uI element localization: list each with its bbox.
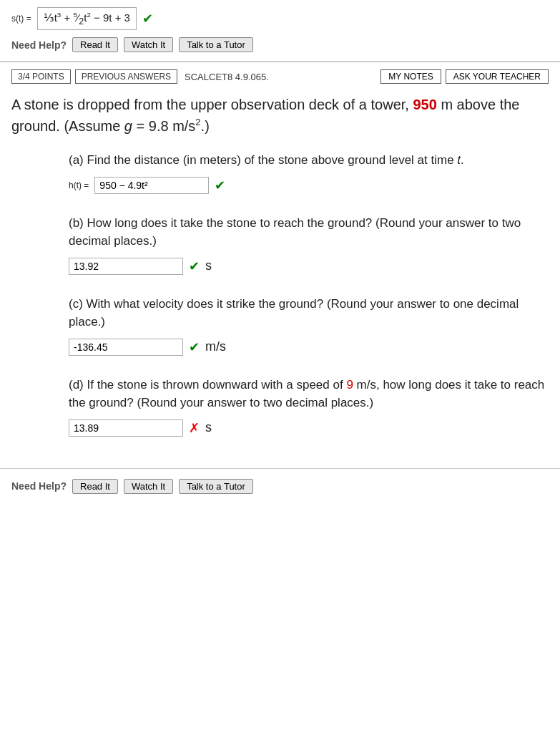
ask-teacher-button[interactable]: ASK YOUR TEACHER [446, 69, 549, 84]
top-read-it-button[interactable]: Read It [72, 37, 118, 52]
bottom-need-help-row: Need Help? Read It Watch It Talk to a Tu… [11, 479, 549, 494]
part-b-question: (b) How long does it take the stone to r… [69, 214, 549, 251]
part-b-unit: s [205, 258, 212, 273]
top-need-help-label: Need Help? [11, 39, 67, 51]
bottom-read-it-button[interactable]: Read It [72, 479, 118, 494]
formula-label: s(t) = [11, 14, 31, 24]
my-notes-button[interactable]: MY NOTES [380, 69, 441, 84]
part-a-answer-row: h(t) = ✔ [69, 177, 549, 194]
bottom-watch-it-button[interactable]: Watch It [124, 479, 173, 494]
part-d-unit: s [205, 420, 212, 435]
question-header: 3/4 POINTS PREVIOUS ANSWERS SCALCET8 4.9… [0, 62, 560, 84]
formula-box: ⅓t3 + 5⁄2t2 − 9t + 3 [37, 7, 137, 30]
top-watch-it-button[interactable]: Watch It [124, 37, 173, 52]
question-intro: A stone is dropped from the upper observ… [11, 94, 549, 137]
bottom-need-help-label: Need Help? [11, 480, 67, 492]
part-c-check-icon: ✔ [189, 339, 200, 355]
part-c-unit: m/s [205, 339, 226, 354]
formula-row: s(t) = ⅓t3 + 5⁄2t2 − 9t + 3 ✔ [11, 7, 549, 30]
top-talk-tutor-button[interactable]: Talk to a Tutor [179, 37, 253, 52]
part-c-answer-row: ✔ m/s [69, 339, 549, 356]
bottom-section: Need Help? Read It Watch It Talk to a Tu… [0, 469, 560, 501]
part-b-answer-row: ✔ s [69, 258, 549, 275]
part-b-check-icon: ✔ [189, 258, 200, 274]
part-a-label: h(t) = [69, 180, 89, 190]
question-body: A stone is dropped from the upper observ… [0, 91, 560, 468]
part-b: (b) How long does it take the stone to r… [69, 214, 549, 275]
points-badge: 3/4 POINTS [11, 69, 71, 84]
part-d-input[interactable] [69, 419, 183, 437]
part-c: (c) With what velocity does it strike th… [69, 295, 549, 356]
top-need-help-row: Need Help? Read It Watch It Talk to a Tu… [11, 37, 549, 52]
part-d-answer-row: ✗ s [69, 419, 549, 437]
part-a: (a) Find the distance (in meters) of the… [69, 151, 549, 194]
part-d-question: (d) If the stone is thrown downward with… [69, 376, 549, 412]
intro-highlight: 950 [413, 97, 436, 112]
intro-text: A stone is dropped from the upper observ… [11, 97, 413, 112]
part-a-check-icon: ✔ [215, 178, 225, 193]
bottom-talk-tutor-button[interactable]: Talk to a Tutor [179, 479, 253, 494]
part-b-input[interactable] [69, 258, 183, 275]
prev-answers-badge: PREVIOUS ANSWERS [75, 69, 177, 84]
part-a-question: (a) Find the distance (in meters) of the… [69, 151, 549, 170]
part-c-question: (c) With what velocity does it strike th… [69, 295, 549, 331]
part-d: (d) If the stone is thrown downward with… [69, 376, 549, 437]
top-check-icon: ✔ [142, 11, 153, 26]
part-d-cross-icon: ✗ [189, 420, 200, 436]
question-code: SCALCET8 4.9.065. [185, 72, 269, 82]
part-a-input[interactable] [94, 177, 209, 194]
part-c-input[interactable] [69, 339, 183, 356]
top-section: s(t) = ⅓t3 + 5⁄2t2 − 9t + 3 ✔ Need Help?… [0, 0, 560, 62]
part-d-highlight: 9 [346, 378, 353, 392]
